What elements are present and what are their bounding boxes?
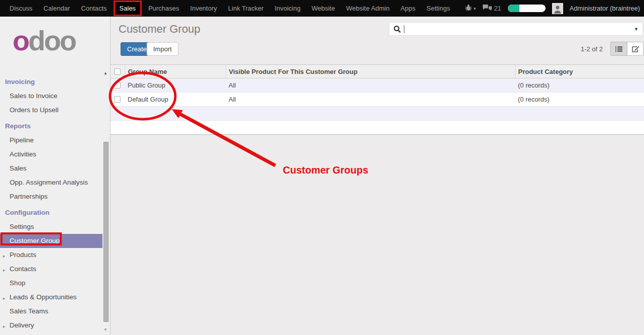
debug-bug-menu[interactable]: ▾ <box>465 4 476 13</box>
sidebar-item-shop[interactable]: Shop <box>0 276 102 290</box>
scrollbar-up-arrow[interactable]: ▲ <box>103 71 108 75</box>
nav-item-invoicing[interactable]: Invoicing <box>269 0 306 17</box>
edit-pencil-icon <box>631 45 639 52</box>
list-view-button[interactable] <box>610 42 627 56</box>
sidebar-section-reports[interactable]: Reports <box>0 117 102 133</box>
row-checkbox[interactable] <box>114 82 121 89</box>
nav-item-sales-active[interactable]: Sales <box>114 1 142 16</box>
cell-group-name[interactable]: Default Group <box>125 93 226 107</box>
person-icon <box>553 5 562 14</box>
chevron-right-icon: ▸ <box>3 253 6 260</box>
list-icon <box>615 46 623 52</box>
nav-item-apps[interactable]: Apps <box>395 0 421 17</box>
sidebar-item-partnerships[interactable]: Partnerships <box>0 190 102 204</box>
sidebar-item-activities[interactable]: Activities <box>0 147 102 161</box>
nav-item-link-tracker[interactable]: Link Tracker <box>223 0 269 17</box>
table-empty-row <box>111 121 644 135</box>
row-checkbox-cell[interactable] <box>111 93 125 107</box>
sidebar-item-delivery-label: Delivery <box>10 321 34 329</box>
nav-item-purchases[interactable]: Purchases <box>143 0 184 17</box>
column-header-visible-product[interactable]: Visible Product For This Customer Group <box>226 65 515 78</box>
import-button[interactable]: Import <box>147 42 178 56</box>
odoo-logo-rest: doo <box>28 25 75 56</box>
user-menu-label: Administrator (braintree) <box>570 5 640 12</box>
status-progress-pill[interactable] <box>508 5 546 12</box>
app-sidebar: odoo Invoicing Sales to Invoice Orders t… <box>0 17 111 335</box>
main-content: Customer Group ▼ Create Import 1-2 of 2 <box>111 17 644 335</box>
sidebar-scrollbar[interactable]: ▲ ▼ <box>102 17 110 335</box>
sidebar-item-leads-opportunities-label: Leads & Opportunities <box>10 293 77 301</box>
column-header-product-category[interactable]: Product Category <box>515 65 644 78</box>
cell-group-name[interactable]: Public Group <box>125 78 226 93</box>
sidebar-item-orders-to-upsell[interactable]: Orders to Upsell <box>0 103 102 117</box>
sidebar-item-customer-group-selected[interactable]: Customer Group <box>0 234 102 248</box>
table-empty-row <box>111 107 644 121</box>
sidebar-item-sales-teams[interactable]: Sales Teams <box>0 304 102 318</box>
select-all-checkbox[interactable] <box>114 68 121 75</box>
cell-product-category[interactable]: (0 records) <box>515 93 644 107</box>
view-switcher <box>610 42 643 56</box>
sidebar-section-configuration[interactable]: Configuration <box>0 204 102 220</box>
pager-range[interactable]: 1-2 of 2 <box>581 45 603 53</box>
nav-item-website-admin[interactable]: Website Admin <box>341 0 395 17</box>
select-all-header-cell[interactable] <box>111 65 125 78</box>
chevron-right-icon: ▸ <box>3 323 6 330</box>
customer-group-list: Group Name Visible Product For This Cust… <box>111 64 644 135</box>
sidebar-item-products-label: Products <box>10 251 36 259</box>
row-checkbox-cell[interactable] <box>111 78 125 93</box>
cell-product-category[interactable]: (0 records) <box>515 78 644 93</box>
status-progress-fill <box>508 5 519 12</box>
sidebar-menu: Invoicing Sales to Invoice Orders to Ups… <box>0 73 102 332</box>
chevron-right-icon: ▸ <box>3 267 6 274</box>
nav-item-settings[interactable]: Settings <box>421 0 456 17</box>
sidebar-item-contacts[interactable]: ▸ Contacts <box>0 262 102 276</box>
nav-item-discuss[interactable]: Discuss <box>4 0 38 17</box>
sidebar-item-sales-to-invoice[interactable]: Sales to Invoice <box>0 89 102 103</box>
sidebar-item-leads-opportunities[interactable]: ▸ Leads & Opportunities <box>0 290 102 304</box>
nav-item-contacts[interactable]: Contacts <box>75 0 112 17</box>
sidebar-item-sales[interactable]: Sales <box>0 161 102 176</box>
nav-item-inventory[interactable]: Inventory <box>185 0 223 17</box>
sidebar-item-delivery[interactable]: ▸ Delivery <box>0 318 102 332</box>
messages-indicator[interactable]: 21 <box>482 4 501 13</box>
odoo-logo-accent-letter: o <box>13 25 28 56</box>
bug-icon <box>465 4 472 13</box>
table-header-row: Group Name Visible Product For This Cust… <box>111 65 644 78</box>
sidebar-item-settings[interactable]: Settings <box>0 220 102 234</box>
nav-item-calendar[interactable]: Calendar <box>38 0 76 17</box>
topbar-right-tools: ▾ 21 Administrator (braintree) <box>465 0 644 17</box>
search-box[interactable]: ▼ <box>389 22 643 36</box>
chevron-down-icon: ▾ <box>474 6 476 11</box>
table-row-default-group[interactable]: Default Group All (0 records) <box>111 93 644 107</box>
form-view-button[interactable] <box>627 42 643 56</box>
row-checkbox[interactable] <box>114 96 121 103</box>
scrollbar-down-arrow[interactable]: ▼ <box>103 327 108 332</box>
scrollbar-thumb[interactable] <box>103 142 109 322</box>
column-header-group-name[interactable]: Group Name <box>125 65 226 78</box>
message-count: 21 <box>494 5 501 12</box>
page-title: Customer Group <box>119 23 200 36</box>
sidebar-item-customer-group-label: Customer Group <box>10 237 60 244</box>
cell-visible-product[interactable]: All <box>226 78 515 93</box>
text-cursor <box>404 25 404 33</box>
sidebar-section-invoicing[interactable]: Invoicing <box>0 73 102 89</box>
sidebar-item-contacts-label: Contacts <box>10 265 36 273</box>
odoo-logo[interactable]: odoo <box>13 27 75 55</box>
cell-visible-product[interactable]: All <box>226 93 515 107</box>
sidebar-item-products[interactable]: ▸ Products <box>0 248 102 262</box>
chat-bubbles-icon <box>482 4 492 13</box>
sidebar-item-opp-assignment-analysis[interactable]: Opp. Assignment Analysis <box>0 176 102 190</box>
search-dropdown-caret-icon[interactable]: ▼ <box>634 27 638 32</box>
table-row-public-group[interactable]: Public Group All (0 records) <box>111 78 644 93</box>
search-icon <box>393 25 401 33</box>
search-input[interactable] <box>405 24 634 34</box>
sidebar-item-pipeline[interactable]: Pipeline <box>0 133 102 147</box>
user-menu[interactable]: Administrator (braintree) <box>570 5 640 12</box>
top-menu-bar: Discuss Calendar Contacts Sales Purchase… <box>0 0 644 17</box>
nav-item-website[interactable]: Website <box>306 0 341 17</box>
user-avatar[interactable] <box>552 3 563 14</box>
chevron-right-icon: ▸ <box>3 295 6 302</box>
